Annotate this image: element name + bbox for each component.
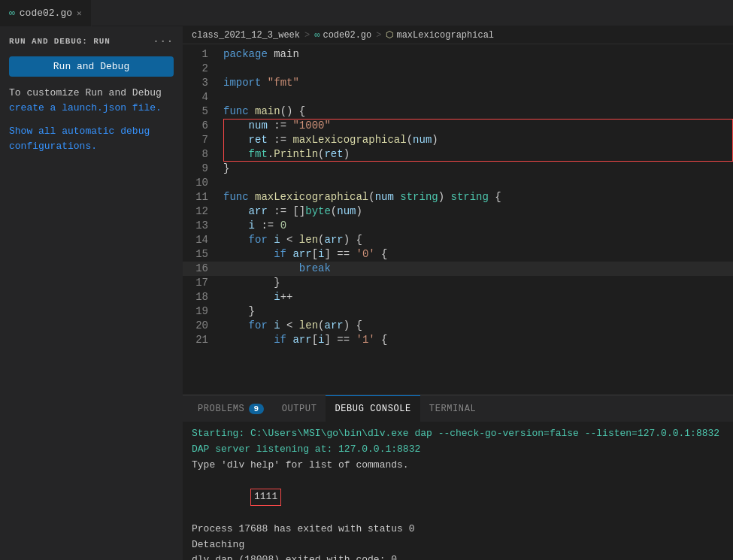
tab-debug-console[interactable]: DEBUG CONSOLE (326, 395, 420, 422)
code-line-4: 4 (183, 90, 733, 104)
code-line-16: 16 break (183, 262, 733, 276)
code-line-21: 21 if arr[i] == '1' { (183, 333, 733, 347)
sidebar-header: RUN AND DEBUG: RUN ··· (0, 32, 183, 53)
breadcrumb-sep2: > (376, 30, 381, 41)
breadcrumb-sep1: > (304, 30, 310, 41)
create-launch-link[interactable]: create a launch.json file. (9, 102, 162, 114)
console-line-4: 1111 (192, 473, 724, 521)
code-line-5: 5 func main() { (183, 104, 733, 119)
tab-output[interactable]: OUTPUT (273, 395, 326, 422)
code02-tab[interactable]: ∞ code02.go ✕ (0, 0, 92, 26)
more-options-icon[interactable]: ··· (153, 35, 174, 47)
tab-bar: ∞ code02.go ✕ (0, 0, 733, 26)
problems-badge: 9 (249, 404, 263, 414)
console-line-6: Detaching (192, 537, 724, 553)
show-all-debug-link[interactable]: Show all automatic debug configurations. (0, 121, 183, 156)
code-line-13: 13 i := 0 (183, 219, 733, 233)
code-line-20: 20 for i < len(arr) { (183, 319, 733, 333)
code-line-9: 9 } (183, 162, 733, 176)
tab-terminal[interactable]: TERMINAL (420, 395, 485, 422)
console-line-3: Type 'dlv help' for list of commands. (192, 458, 724, 474)
tab-debug-console-label: DEBUG CONSOLE (335, 404, 410, 414)
console-line-2: DAP server listening at: 127.0.0.1:8832 (192, 442, 724, 458)
main-area: RUN AND DEBUG: RUN ··· Run and Debug To … (0, 26, 733, 560)
code-line-11: 11 func maxLexicographical(num string) s… (183, 190, 733, 204)
code-line-2: 2 (183, 62, 733, 76)
highlighted-block: 6 num := "1000" 7 ret := maxLexicographi… (183, 119, 733, 162)
tab-problems[interactable]: PROBLEMS 9 (189, 395, 273, 422)
breadcrumb-file-icon: ∞ (314, 30, 320, 41)
tab-problems-label: PROBLEMS (198, 404, 244, 414)
code-line-15: 15 if arr[i] == '0' { (183, 247, 733, 262)
code-line-7: 7 ret := maxLexicographical(num) (183, 133, 733, 147)
close-tab-icon[interactable]: ✕ (77, 8, 82, 18)
code-line-18: 18 i++ (183, 290, 733, 304)
code-line-10: 10 (183, 176, 733, 190)
code-line-1: 1 package main (183, 47, 733, 62)
code-line-14: 14 for i < len(arr) { (183, 233, 733, 247)
customize-text: To customize Run and Debug create a laun… (0, 80, 183, 121)
code-line-17: 17 } (183, 276, 733, 290)
sidebar-header-icons: ··· (153, 35, 174, 47)
tab-output-label: OUTPUT (282, 404, 317, 414)
code-line-12: 12 arr := []byte(num) (183, 204, 733, 219)
sidebar: RUN AND DEBUG: RUN ··· Run and Debug To … (0, 26, 183, 560)
console-line-5: Process 17688 has exited with status 0 (192, 522, 724, 537)
bottom-panel: PROBLEMS 9 OUTPUT DEBUG CONSOLE TERMINAL… (183, 395, 733, 560)
code-line-8: 8 fmt.Println(ret) (183, 147, 733, 162)
debug-console-content: Starting: C:\Users\MSI\go\bin\dlv.exe da… (183, 422, 733, 560)
sidebar-title: RUN AND DEBUG: RUN (9, 37, 111, 46)
code-editor[interactable]: 1 package main 2 3 import "fmt" 4 5 func (183, 44, 733, 395)
console-line-1: Starting: C:\Users\MSI\go\bin\dlv.exe da… (192, 426, 724, 442)
panel-tabs: PROBLEMS 9 OUTPUT DEBUG CONSOLE TERMINAL (183, 395, 733, 422)
console-line-7: dlv dap (18008) exited with code: 0 (192, 552, 724, 560)
code-line-19: 19 } (183, 304, 733, 319)
editor-area: class_2021_12_3_week > ∞ code02.go > ⬡ m… (183, 26, 733, 560)
output-value-box: 1111 (250, 489, 281, 506)
tab-terminal-label: TERMINAL (429, 404, 476, 414)
code-line-6: 6 num := "1000" (183, 119, 733, 133)
breadcrumb-func: maxLexicographical (396, 30, 494, 41)
customize-label: To customize Run and Debug (9, 87, 162, 98)
breadcrumb-func-icon: ⬡ (386, 29, 393, 41)
run-debug-button[interactable]: Run and Debug (9, 56, 174, 77)
go-file-icon: ∞ (9, 8, 15, 19)
breadcrumb: class_2021_12_3_week > ∞ code02.go > ⬡ m… (183, 26, 733, 44)
code-line-3: 3 import "fmt" (183, 76, 733, 90)
breadcrumb-file: code02.go (323, 30, 371, 41)
breadcrumb-folder: class_2021_12_3_week (192, 30, 300, 41)
tab-label: code02.go (20, 8, 72, 19)
